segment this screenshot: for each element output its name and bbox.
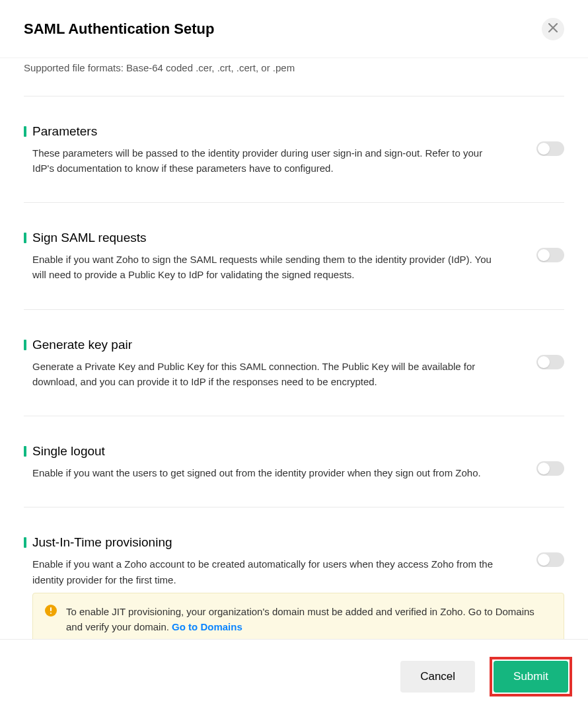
- go-to-domains-link[interactable]: Go to Domains: [172, 621, 242, 632]
- accent-bar-icon: [24, 340, 26, 350]
- section-single-logout: Single logout Enable if you want the use…: [24, 416, 564, 507]
- svg-rect-1: [50, 607, 52, 611]
- jit-title: Just-In-Time provisioning: [32, 535, 172, 550]
- jit-notice: To enable JIT provisioning, your organiz…: [32, 593, 564, 646]
- cancel-button[interactable]: Cancel: [400, 661, 475, 693]
- sign-requests-toggle[interactable]: [536, 248, 564, 262]
- jit-notice-msg: To enable JIT provisioning, your organiz…: [66, 606, 534, 632]
- accent-bar-icon: [24, 446, 26, 457]
- jit-desc: Enable if you want a Zoho account to be …: [24, 556, 499, 587]
- header: SAML Authentication Setup: [0, 0, 588, 58]
- close-icon: [548, 23, 558, 35]
- sign-requests-title: Sign SAML requests: [32, 231, 147, 245]
- section-generate-key: Generate key pair Generate a Private Key…: [24, 309, 564, 416]
- accent-bar-icon: [24, 537, 26, 548]
- parameters-title: Parameters: [32, 124, 97, 139]
- generate-key-title: Generate key pair: [32, 338, 132, 352]
- parameters-toggle[interactable]: [536, 141, 564, 156]
- section-parameters: Parameters These parameters will be pass…: [24, 96, 564, 203]
- warning-icon: [45, 605, 57, 617]
- svg-rect-2: [50, 613, 52, 614]
- close-button[interactable]: [542, 18, 564, 40]
- jit-notice-text: To enable JIT provisioning, your organiz…: [66, 604, 552, 635]
- jit-toggle[interactable]: [536, 552, 564, 567]
- sign-requests-desc: Enable if you want Zoho to sign the SAML…: [24, 252, 499, 283]
- content: Supported file formats: Base-64 coded .c…: [0, 58, 588, 713]
- parameters-desc: These parameters will be passed to the i…: [24, 145, 499, 176]
- single-logout-toggle[interactable]: [536, 461, 564, 476]
- generate-key-toggle[interactable]: [536, 355, 564, 369]
- page-title: SAML Authentication Setup: [24, 20, 214, 38]
- submit-highlight: Submit: [490, 657, 572, 696]
- single-logout-title: Single logout: [32, 444, 105, 459]
- section-sign-requests: Sign SAML requests Enable if you want Zo…: [24, 202, 564, 309]
- file-format-hint: Supported file formats: Base-64 coded .c…: [24, 58, 564, 96]
- footer: Cancel Submit: [0, 639, 588, 713]
- accent-bar-icon: [24, 126, 26, 137]
- generate-key-desc: Generate a Private Key and Public Key fo…: [24, 359, 499, 390]
- accent-bar-icon: [24, 233, 26, 243]
- submit-button[interactable]: Submit: [494, 661, 568, 693]
- single-logout-desc: Enable if you want the users to get sign…: [24, 465, 481, 480]
